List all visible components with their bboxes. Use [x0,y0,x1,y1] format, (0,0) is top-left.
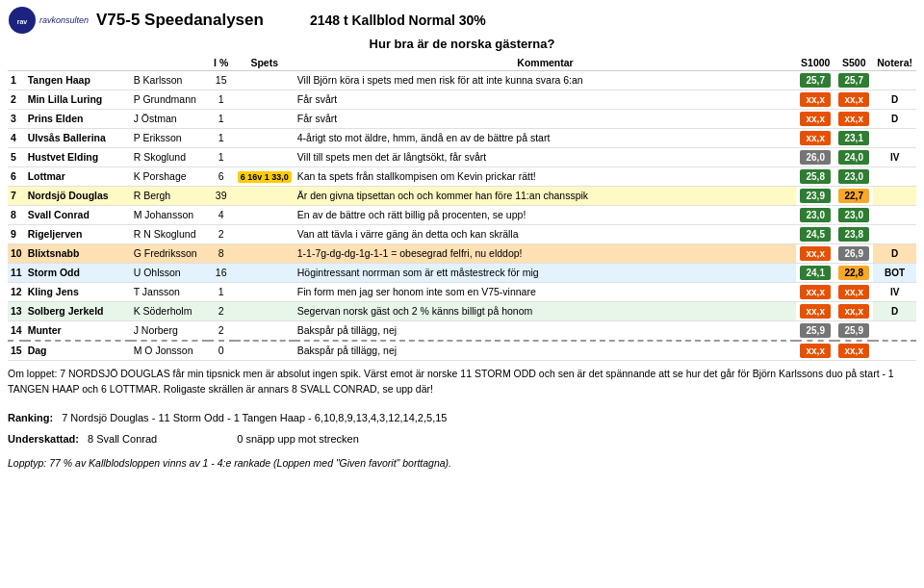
table-row: 2Min Lilla LuringP Grundmann1Får svårtxx… [8,90,916,110]
cell-horse: Svall Conrad [25,206,131,225]
main-table: I % Spets Kommentar S1000 S500 Notera! 1… [8,55,916,361]
cell-horse: Storm Odd [25,264,131,283]
cell-s1000: 25,9 [796,321,834,342]
cell-horse: Dag [25,341,131,361]
table-row: 11Storm OddU Ohlsson16Högintressant norr… [8,264,916,283]
cell-comment: Får svårt [295,90,797,110]
cell-iperc: 16 [208,264,235,283]
cell-notera: D [873,90,916,110]
underskattad-value: 8 Svall Conrad [88,433,157,445]
cell-iperc: 1 [208,283,235,302]
cell-num: 10 [8,244,25,264]
underskattad-extra: 0 snäpp upp mot strecken [237,433,359,445]
cell-s1000: xx,x [796,90,834,110]
table-row: 5Hustvet EldingR Skoglund1Vill till spet… [8,148,916,167]
cell-jockey: P Eriksson [131,129,208,148]
ranking-value: 7 Nordsjö Douglas - 11 Storm Odd - 1 Tan… [62,412,447,423]
cell-iperc: 1 [208,129,235,148]
cell-jockey: R Skoglund [131,148,208,167]
cell-s1000: xx,x [796,302,834,321]
cell-num: 13 [8,302,25,321]
cell-iperc: 2 [208,225,235,244]
cell-num: 1 [8,71,25,90]
cell-comment: Fin form men jag ser honom inte som en V… [295,283,797,302]
cell-spets [235,244,295,264]
table-header-row: I % Spets Kommentar S1000 S500 Notera! [8,55,916,71]
cell-s500: 26,9 [834,244,873,264]
logo-icon: rav [8,6,37,35]
table-row: 12Kling JensT Jansson1Fin form men jag s… [8,283,916,302]
cell-spets [235,187,295,206]
cell-s500: 23,8 [834,225,873,244]
cell-spets [235,283,295,302]
cell-notera [873,206,916,225]
cell-comment: Får svårt [295,110,797,129]
header-meta: 2148 t Kallblod Normal 30% [310,13,486,28]
cell-s1000: xx,x [796,110,834,129]
cell-horse: Hustvet Elding [25,148,131,167]
page-wrapper: rav ravkonsulten V75-5 Speedanalysen 214… [8,6,916,469]
header-title: V75-5 Speedanalysen [96,11,264,30]
header: rav ravkonsulten V75-5 Speedanalysen 214… [8,6,916,35]
col-header-comment: Kommentar [295,55,797,71]
cell-horse: Lottmar [25,167,131,187]
cell-iperc: 0 [208,341,235,361]
col-header-notera: Notera! [873,55,916,71]
ranking-section: Ranking: 7 Nordsjö Douglas - 11 Storm Od… [8,407,916,428]
cell-notera [873,71,916,90]
cell-s1000: 23,0 [796,206,834,225]
cell-horse: Blixtsnabb [25,244,131,264]
cell-s1000: xx,x [796,283,834,302]
cell-s500: xx,x [834,302,873,321]
cell-s500: xx,x [834,341,873,361]
table-row: 10BlixtsnabbG Fredriksson81-1-7g-dg-dg-1… [8,244,916,264]
cell-comment: Kan ta spets från stallkompisen om Kevin… [295,167,797,187]
cell-spets [235,321,295,342]
cell-comment: En av de bättre och rätt billig på proce… [295,206,797,225]
cell-jockey: R N Skoglund [131,225,208,244]
cell-s500: 23,0 [834,167,873,187]
header-question: Hur bra är de norska gästerna? [8,37,916,51]
cell-jockey: T Jansson [131,283,208,302]
table-row: 6LottmarK Porshage66 16v 1 33,0Kan ta sp… [8,167,916,187]
cell-iperc: 8 [208,244,235,264]
col-header-horse [25,55,131,71]
cell-comment: Vill Björn köra i spets med men risk för… [295,71,797,90]
cell-num: 15 [8,341,25,361]
cell-comment: Bakspår på tillägg, nej [295,341,797,361]
cell-notera: D [873,110,916,129]
cell-s500: 24,0 [834,148,873,167]
cell-spets [235,129,295,148]
svg-text:rav: rav [17,18,28,25]
cell-jockey: J Norberg [131,321,208,342]
cell-s500: 22,7 [834,187,873,206]
cell-spets [235,264,295,283]
table-row: 3Prins EldenJ Östman1Får svårtxx,xxx,xD [8,110,916,129]
cell-s500: 23,1 [834,129,873,148]
cell-horse: Prins Elden [25,110,131,129]
table-row: 8Svall ConradM Johansson4En av de bättre… [8,206,916,225]
cell-jockey: P Grundmann [131,90,208,110]
cell-notera [873,187,916,206]
cell-spets [235,110,295,129]
cell-notera [873,129,916,148]
cell-jockey: J Östman [131,110,208,129]
cell-notera [873,167,916,187]
table-row: 9RigeljervenR N Skoglund2Van att tävla i… [8,225,916,244]
cell-iperc: 2 [208,321,235,342]
ranking-label: Ranking: [8,412,53,423]
cell-s1000: 23,9 [796,187,834,206]
cell-iperc: 1 [208,110,235,129]
cell-notera [873,225,916,244]
cell-s1000: 24,1 [796,264,834,283]
logo-box: rav ravkonsulten [8,6,89,35]
cell-notera: BOT [873,264,916,283]
cell-num: 4 [8,129,25,148]
cell-spets [235,225,295,244]
table-row: 1Tangen HaapB Karlsson15Vill Björn köra … [8,71,916,90]
cell-iperc: 39 [208,187,235,206]
cell-horse: Rigeljerven [25,225,131,244]
cell-horse: Nordsjö Douglas [25,187,131,206]
cell-num: 12 [8,283,25,302]
cell-s500: xx,x [834,283,873,302]
